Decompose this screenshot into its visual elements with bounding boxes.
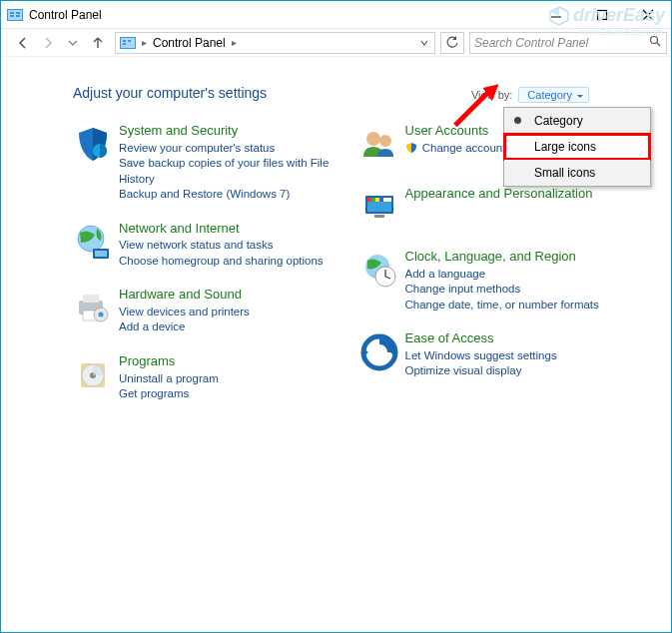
category-title[interactable]: Hardware and Sound [119, 287, 250, 303]
category-title[interactable]: Programs [119, 353, 219, 369]
category-network-and-internet: Network and Internet View network status… [73, 221, 355, 270]
category-link[interactable]: Uninstall a program [119, 371, 219, 387]
menu-item-small-icons[interactable]: Small icons [504, 160, 650, 186]
category-link[interactable]: Review your computer's status [119, 141, 355, 157]
category-title[interactable]: System and Security [119, 123, 355, 139]
recent-locations-button[interactable] [61, 31, 85, 55]
maximize-button[interactable] [579, 1, 625, 29]
forward-button[interactable] [36, 31, 60, 55]
category-link[interactable]: Change input methods [405, 282, 599, 298]
search-input[interactable]: Search Control Panel [469, 32, 667, 54]
clock-globe-icon [359, 249, 405, 313]
category-clock-language-and-region: Clock, Language, and Region Add a langua… [359, 249, 642, 313]
menu-item-label: Category [534, 114, 583, 128]
category-hardware-and-sound: Hardware and Sound View devices and prin… [73, 287, 355, 335]
svg-rect-5 [16, 15, 20, 17]
shield-icon [73, 123, 119, 203]
svg-point-34 [366, 132, 380, 146]
category-programs: Programs Uninstall a program Get program… [73, 353, 355, 402]
minimize-button[interactable] [533, 1, 579, 29]
category-link[interactable]: Choose homegroup and sharing options [119, 254, 324, 270]
menu-item-large-icons[interactable]: Large icons [504, 134, 650, 160]
navigation-bar: ▸ Control Panel ▸ Search Control Panel [1, 29, 671, 57]
users-icon [359, 123, 405, 168]
category-ease-of-access: Ease of Access Let Windows suggest setti… [359, 330, 642, 379]
category-link[interactable]: Change date, time, or number formats [405, 298, 599, 314]
globe-icon [73, 221, 119, 270]
up-button[interactable] [86, 31, 110, 55]
search-icon [648, 35, 662, 50]
category-link[interactable]: Optimize visual display [405, 363, 557, 379]
search-placeholder: Search Control Panel [474, 36, 648, 50]
chevron-right-icon[interactable]: ▸ [140, 37, 149, 48]
address-dropdown-button[interactable] [416, 38, 432, 48]
uac-shield-icon [405, 142, 417, 159]
disc-icon [73, 353, 119, 402]
category-link[interactable]: Save backup copies of your files with Fi… [119, 156, 355, 187]
svg-rect-39 [367, 198, 371, 202]
selected-indicator-icon [514, 117, 521, 124]
category-appearance-and-personalization: Appearance and Personalization [359, 186, 642, 231]
chevron-right-icon[interactable]: ▸ [230, 37, 239, 48]
category-title[interactable]: Appearance and Personalization [405, 186, 593, 202]
monitor-icon [359, 186, 405, 231]
svg-marker-20 [483, 81, 505, 103]
control-panel-icon [120, 35, 136, 51]
window-title: Control Panel [29, 8, 102, 22]
svg-point-35 [379, 135, 391, 147]
control-panel-icon [7, 7, 23, 23]
svg-rect-25 [95, 251, 107, 257]
svg-rect-41 [375, 198, 379, 202]
svg-rect-14 [123, 40, 126, 42]
category-title[interactable]: Clock, Language, and Region [405, 249, 599, 265]
svg-rect-15 [123, 43, 126, 45]
ease-of-access-icon [359, 330, 405, 379]
view-by-dropdown: Category Large icons Small icons [503, 107, 651, 187]
view-by-value[interactable]: Category [518, 87, 589, 103]
category-link[interactable]: View network status and tasks [119, 238, 324, 254]
category-link[interactable]: Add a device [119, 319, 250, 335]
svg-rect-16 [128, 40, 131, 42]
control-panel-window: Control Panel driverEasy www.DriverEasy.… [0, 0, 672, 633]
category-link[interactable]: View devices and printers [119, 305, 250, 320]
category-link[interactable]: Backup and Restore (Windows 7) [119, 187, 355, 203]
category-title[interactable]: Ease of Access [405, 330, 557, 346]
close-button[interactable] [625, 1, 671, 29]
back-button[interactable] [11, 31, 35, 55]
breadcrumb-root[interactable]: Control Panel [149, 36, 230, 50]
menu-item-category[interactable]: Category [504, 108, 650, 134]
menu-item-label: Small icons [534, 166, 595, 180]
svg-rect-42 [379, 198, 383, 202]
svg-rect-2 [10, 12, 14, 14]
category-link[interactable]: Get programs [119, 386, 219, 402]
refresh-button[interactable] [440, 32, 464, 54]
title-bar: Control Panel driverEasy www.DriverEasy.… [1, 1, 671, 29]
menu-item-label: Large icons [534, 140, 596, 154]
svg-rect-43 [374, 215, 384, 218]
svg-rect-40 [371, 198, 375, 202]
address-bar[interactable]: ▸ Control Panel ▸ [115, 32, 435, 54]
category-title[interactable]: Network and Internet [119, 221, 324, 237]
category-link[interactable]: Add a language [405, 267, 599, 283]
svg-line-18 [657, 43, 660, 46]
svg-point-17 [651, 37, 658, 44]
printer-icon [73, 287, 119, 335]
svg-rect-3 [10, 15, 14, 17]
category-column-left: System and Security Review your computer… [73, 123, 355, 420]
svg-rect-27 [83, 295, 99, 303]
category-system-and-security: System and Security Review your computer… [73, 123, 355, 203]
svg-point-30 [99, 313, 104, 317]
svg-rect-9 [598, 10, 607, 19]
category-link[interactable]: Let Windows suggest settings [405, 348, 557, 364]
svg-rect-4 [16, 12, 20, 14]
content-area: Adjust your computer's settings View by:… [1, 57, 671, 632]
